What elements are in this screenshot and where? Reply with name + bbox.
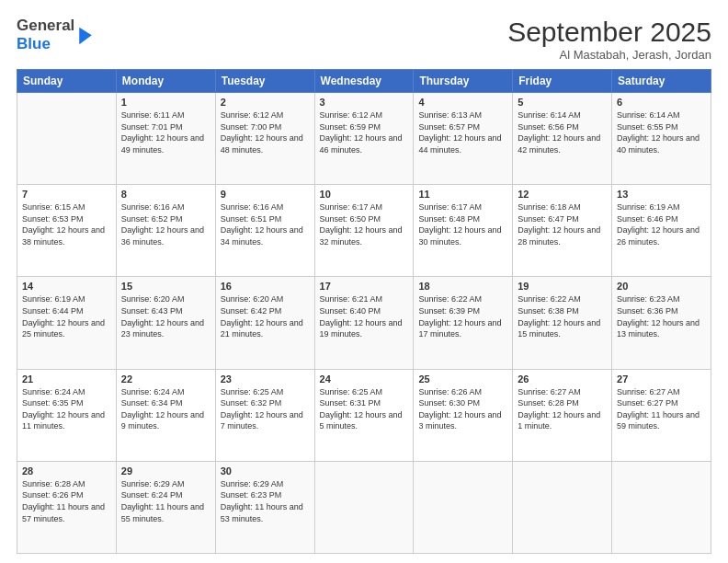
sunset: Sunset: 6:48 PM — [418, 214, 480, 224]
daylight: Daylight: 12 hours and 44 minutes. — [418, 133, 501, 155]
day-cell: 26Sunrise: 6:27 AMSunset: 6:28 PMDayligh… — [513, 369, 612, 461]
day-cell: 30Sunrise: 6:29 AMSunset: 6:23 PMDayligh… — [215, 461, 314, 553]
day-cell: 10Sunrise: 6:17 AMSunset: 6:50 PMDayligh… — [314, 185, 414, 277]
day-number: 8 — [121, 189, 210, 200]
daylight: Daylight: 12 hours and 42 minutes. — [518, 133, 600, 155]
sunrise: Sunrise: 6:20 AM — [221, 294, 284, 304]
day-cell: 12Sunrise: 6:18 AMSunset: 6:47 PMDayligh… — [513, 185, 612, 277]
daylight: Daylight: 12 hours and 46 minutes. — [320, 133, 403, 155]
sunrise: Sunrise: 6:19 AM — [617, 202, 680, 212]
sunset: Sunset: 6:40 PM — [320, 306, 381, 316]
sunset: Sunset: 6:23 PM — [221, 490, 282, 500]
day-number: 12 — [518, 189, 607, 200]
sunrise: Sunrise: 6:16 AM — [121, 202, 185, 212]
day-cell — [314, 461, 414, 553]
day-number: 21 — [22, 373, 111, 385]
sunset: Sunset: 6:31 PM — [320, 398, 381, 408]
col-tuesday: Tuesday — [215, 70, 314, 93]
day-number: 2 — [221, 97, 310, 108]
sunset: Sunset: 6:38 PM — [518, 306, 579, 316]
day-cell: 2Sunrise: 6:12 AMSunset: 7:00 PMDaylight… — [215, 93, 314, 185]
day-number: 25 — [418, 373, 507, 385]
day-cell: 15Sunrise: 6:20 AMSunset: 6:43 PMDayligh… — [116, 277, 215, 369]
cell-info: Sunrise: 6:17 AMSunset: 6:50 PMDaylight:… — [320, 201, 409, 247]
sunset: Sunset: 6:39 PM — [418, 306, 480, 316]
day-cell: 28Sunrise: 6:28 AMSunset: 6:26 PMDayligh… — [17, 461, 117, 553]
cell-info: Sunrise: 6:19 AMSunset: 6:44 PMDaylight:… — [22, 293, 111, 339]
daylight: Daylight: 11 hours and 59 minutes. — [617, 410, 700, 431]
daylight: Daylight: 12 hours and 26 minutes. — [617, 225, 700, 247]
sunrise: Sunrise: 6:12 AM — [221, 110, 284, 120]
cell-info: Sunrise: 6:23 AMSunset: 6:36 PMDaylight:… — [617, 293, 706, 339]
sunrise: Sunrise: 6:27 AM — [617, 387, 680, 396]
day-cell: 21Sunrise: 6:24 AMSunset: 6:35 PMDayligh… — [17, 369, 117, 461]
cell-info: Sunrise: 6:22 AMSunset: 6:38 PMDaylight:… — [518, 293, 607, 339]
day-cell: 17Sunrise: 6:21 AMSunset: 6:40 PMDayligh… — [314, 277, 414, 369]
day-cell: 9Sunrise: 6:16 AMSunset: 6:51 PMDaylight… — [215, 185, 314, 277]
day-number: 15 — [121, 281, 210, 292]
cell-info: Sunrise: 6:24 AMSunset: 6:34 PMDaylight:… — [121, 386, 210, 432]
cell-info: Sunrise: 6:28 AMSunset: 6:26 PMDaylight:… — [22, 478, 111, 524]
daylight: Daylight: 12 hours and 19 minutes. — [320, 318, 403, 339]
sunset: Sunset: 6:27 PM — [617, 398, 678, 408]
day-cell: 8Sunrise: 6:16 AMSunset: 6:52 PMDaylight… — [116, 185, 215, 277]
sunset: Sunset: 6:53 PM — [22, 214, 84, 224]
sunset: Sunset: 7:00 PM — [221, 122, 282, 132]
sunrise: Sunrise: 6:18 AM — [518, 202, 581, 212]
week-row-3: 21Sunrise: 6:24 AMSunset: 6:35 PMDayligh… — [17, 369, 711, 461]
day-cell: 25Sunrise: 6:26 AMSunset: 6:30 PMDayligh… — [414, 369, 513, 461]
day-cell: 16Sunrise: 6:20 AMSunset: 6:42 PMDayligh… — [215, 277, 314, 369]
sunset: Sunset: 6:46 PM — [617, 214, 678, 224]
cell-info: Sunrise: 6:11 AMSunset: 7:01 PMDaylight:… — [121, 109, 210, 155]
day-cell: 22Sunrise: 6:24 AMSunset: 6:34 PMDayligh… — [116, 369, 215, 461]
logo: General Blue — [17, 17, 94, 54]
sunrise: Sunrise: 6:22 AM — [518, 294, 581, 304]
daylight: Daylight: 12 hours and 38 minutes. — [22, 225, 105, 247]
daylight: Daylight: 12 hours and 40 minutes. — [617, 133, 700, 155]
day-cell: 3Sunrise: 6:12 AMSunset: 6:59 PMDaylight… — [314, 93, 414, 185]
day-number: 11 — [418, 189, 507, 200]
day-cell: 13Sunrise: 6:19 AMSunset: 6:46 PMDayligh… — [612, 185, 711, 277]
cell-info: Sunrise: 6:27 AMSunset: 6:27 PMDaylight:… — [617, 386, 706, 432]
sunset: Sunset: 6:59 PM — [320, 122, 381, 132]
week-row-2: 14Sunrise: 6:19 AMSunset: 6:44 PMDayligh… — [17, 277, 711, 369]
col-wednesday: Wednesday — [314, 70, 414, 93]
day-cell: 5Sunrise: 6:14 AMSunset: 6:56 PMDaylight… — [513, 93, 612, 185]
sunset: Sunset: 7:01 PM — [121, 122, 183, 132]
cell-info: Sunrise: 6:21 AMSunset: 6:40 PMDaylight:… — [320, 293, 409, 339]
day-cell — [17, 93, 117, 185]
sunrise: Sunrise: 6:12 AM — [320, 110, 383, 120]
day-cell: 29Sunrise: 6:29 AMSunset: 6:24 PMDayligh… — [116, 461, 215, 553]
cell-info: Sunrise: 6:12 AMSunset: 7:00 PMDaylight:… — [221, 109, 310, 155]
cell-info: Sunrise: 6:16 AMSunset: 6:52 PMDaylight:… — [121, 201, 210, 247]
daylight: Daylight: 11 hours and 55 minutes. — [121, 502, 204, 523]
week-row-4: 28Sunrise: 6:28 AMSunset: 6:26 PMDayligh… — [17, 461, 711, 553]
col-saturday: Saturday — [612, 70, 711, 93]
sunset: Sunset: 6:47 PM — [518, 214, 579, 224]
day-cell: 1Sunrise: 6:11 AMSunset: 7:01 PMDaylight… — [116, 93, 215, 185]
daylight: Daylight: 12 hours and 21 minutes. — [221, 318, 303, 339]
day-cell: 4Sunrise: 6:13 AMSunset: 6:57 PMDaylight… — [414, 93, 513, 185]
sunrise: Sunrise: 6:14 AM — [518, 110, 581, 120]
day-number: 14 — [22, 281, 111, 292]
daylight: Daylight: 12 hours and 30 minutes. — [418, 225, 501, 247]
daylight: Daylight: 11 hours and 53 minutes. — [221, 502, 303, 523]
sunrise: Sunrise: 6:16 AM — [221, 202, 284, 212]
sunrise: Sunrise: 6:26 AM — [418, 387, 482, 396]
sunset: Sunset: 6:34 PM — [121, 398, 183, 408]
logo-general: General — [17, 17, 74, 35]
day-number: 30 — [221, 465, 310, 477]
sunset: Sunset: 6:32 PM — [221, 398, 282, 408]
cell-info: Sunrise: 6:14 AMSunset: 6:55 PMDaylight:… — [617, 109, 706, 155]
day-cell: 11Sunrise: 6:17 AMSunset: 6:48 PMDayligh… — [414, 185, 513, 277]
location: Al Mastabah, Jerash, Jordan — [507, 48, 711, 62]
cell-info: Sunrise: 6:29 AMSunset: 6:23 PMDaylight:… — [221, 478, 310, 524]
day-number: 5 — [518, 97, 607, 108]
sunrise: Sunrise: 6:23 AM — [617, 294, 680, 304]
day-number: 3 — [320, 97, 409, 108]
sunset: Sunset: 6:50 PM — [320, 214, 381, 224]
daylight: Daylight: 12 hours and 28 minutes. — [518, 225, 600, 247]
sunrise: Sunrise: 6:11 AM — [121, 110, 185, 120]
cell-info: Sunrise: 6:17 AMSunset: 6:48 PMDaylight:… — [418, 201, 507, 247]
sunrise: Sunrise: 6:25 AM — [320, 387, 383, 396]
